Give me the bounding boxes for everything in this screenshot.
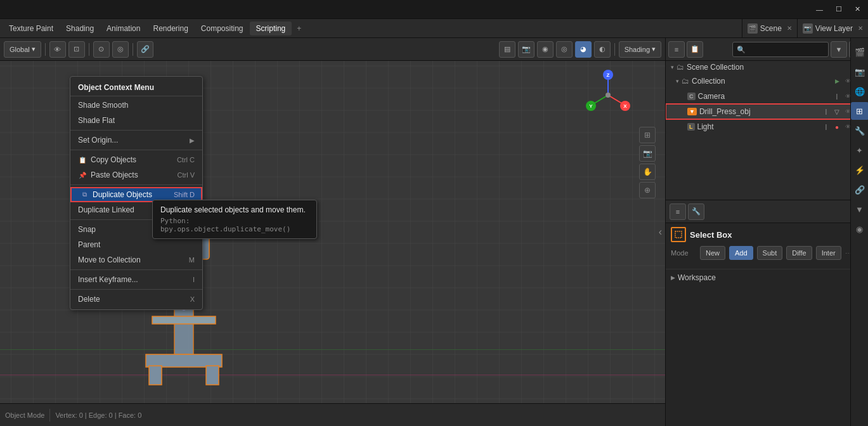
nav-zoom-btn[interactable]: ⊕ [639,182,656,198]
mode-diffe-btn[interactable]: Diffe [786,246,812,260]
view-layer-close[interactable]: ✕ [858,25,863,32]
mode-subt-btn[interactable]: Subt [757,246,783,260]
viewport-sphere2-btn[interactable]: ◎ [556,41,573,58]
tool-name-label: Select Box [690,230,732,240]
drillpress-name: Drill_Press_obj [699,107,819,116]
outliner-light-item[interactable]: L Light | ● 👁 📷 [666,119,868,134]
maximize-button[interactable]: ☐ [833,4,845,15]
viewport-snap-btn[interactable]: 🔗 [137,41,153,58]
light-shader-icon: | [822,122,831,131]
ctx-keyframe-shortcut: I [193,276,195,283]
tool-settings-view-btn[interactable]: ≡ [670,203,686,220]
camera-name: Camera [698,92,831,101]
camera-shader-icon: | [832,92,841,101]
ctx-copy-objects[interactable]: 📋 Copy Objects Ctrl C [70,152,202,167]
outliner-filter-btn[interactable]: ▼ [831,41,847,58]
prop-material-btn[interactable]: ◉ [851,220,869,238]
workspace-expand-icon: ▶ [671,274,675,281]
viewport-matcap-btn[interactable]: ◕ [575,41,592,58]
nav-hand-btn[interactable]: ✋ [639,164,656,180]
select-box-icon [671,227,686,242]
paste-icon: 📌 [78,171,87,179]
viewport-mode-btn[interactable]: 👁 [49,41,66,58]
mode-new-btn[interactable]: New [700,246,725,260]
ctx-parent[interactable]: Parent [70,237,202,252]
viewport-overlay-display[interactable]: ▤ [499,41,515,58]
ctx-move-collection[interactable]: Move to Collection M [70,252,202,268]
ctx-delete-label: Delete [78,295,100,304]
prop-viewlayer-btn[interactable]: 📷 [851,63,869,81]
mode-inter-btn[interactable]: Inter [816,246,841,260]
prop-object-btn[interactable]: ⊞ [851,102,869,120]
view-layer-selector[interactable]: 📷 View Layer ✕ [797,19,868,38]
ctx-keyframe-label: Insert Keyframe... [78,275,138,284]
scene-label: Scene [760,24,782,33]
collection-restrict-btn[interactable]: ▶ [832,77,841,86]
scene-collection-expand: ▾ [671,64,674,70]
gizmo-svg: Z X Y [583,70,633,120]
nav-grid-btn[interactable]: ⊞ [639,127,656,143]
menu-texture-paint[interactable]: Texture Paint [3,22,60,36]
prop-particles-btn[interactable]: ✦ [851,141,869,159]
ctx-copy-shortcut: Ctrl C [177,156,195,164]
outliner-type-btn[interactable]: 📋 [687,41,703,58]
tooltip-python: Python: bpy.ops.object.duplicate_move() [160,217,309,233]
viewport-hdri-btn[interactable]: ◐ [594,41,611,58]
scene-collection-row[interactable]: ▾ 🗂 Scene Collection [666,61,868,74]
grid-line-x [0,349,665,350]
close-button[interactable]: ✕ [852,4,863,15]
prop-scene-btn[interactable]: 🎬 [851,43,869,61]
mode-add-btn[interactable]: Add [729,246,753,260]
nav-camera-btn[interactable]: 📷 [639,145,656,162]
ctx-set-origin-arrow: ▶ [190,137,195,144]
outliner-view-btn[interactable]: ≡ [668,41,685,58]
minimize-button[interactable]: — [813,4,826,15]
outliner-search[interactable] [732,42,829,57]
menu-scripting[interactable]: Scripting [250,22,292,36]
prop-world-btn[interactable]: 🌐 [851,82,869,100]
viewport-overlay-btn[interactable]: ⊡ [68,41,85,58]
ctx-shade-flat-label: Shade Flat [78,116,115,125]
context-label: Object Mode [5,411,44,419]
ctx-insert-keyframe[interactable]: Insert Keyframe... I [70,272,202,287]
viewport-sphere-btn[interactable]: ◉ [537,41,554,58]
tool-settings-type-btn[interactable]: 🔧 [688,203,704,220]
menu-animation[interactable]: Animation [100,22,146,36]
viewport-gizmo-btn[interactable]: ⊙ [93,41,110,58]
viewport-camera-btn[interactable]: 📷 [518,41,534,58]
menu-compositing[interactable]: Compositing [195,22,250,36]
collection-row[interactable]: ▾ 🗂 Collection ▶ 👁 📷 [666,74,868,89]
prop-modifier-btn[interactable]: 🔧 [851,122,869,139]
viewport-global-btn[interactable]: Global ▾ [4,41,41,58]
ctx-sep-3 [70,184,202,185]
outliner-camera-item[interactable]: C Camera | 👁 📷 [666,89,868,104]
ctx-delete[interactable]: Delete X [70,292,202,307]
workspace-header[interactable]: ▶ Workspace ⋯ [671,273,863,282]
panel-collapse-arrow[interactable]: ‹ [659,226,662,238]
ctx-paste-objects[interactable]: 📌 Paste Objects Ctrl V [70,167,202,183]
ctx-set-origin[interactable]: Set Origin... ▶ [70,132,202,148]
ctx-copy-label: Copy Objects [91,155,136,164]
prop-constraints-btn[interactable]: 🔗 [851,181,869,198]
drillpress-type-icon: ▼ [687,108,697,115]
shading-dropdown: ▾ [652,45,656,53]
ctx-shade-smooth[interactable]: Shade Smooth [70,98,202,113]
svg-rect-19 [152,316,216,324]
scene-close[interactable]: ✕ [787,25,792,32]
ctx-shade-flat[interactable]: Shade Flat [70,113,202,128]
outliner-drillpress-item[interactable]: ▼ Drill_Press_obj | ▽ 👁 📷 [666,104,868,119]
prop-physics-btn[interactable]: ⚡ [851,161,869,179]
viewport-shading-btn[interactable]: Shading ▾ [619,41,661,58]
viewport-proportional-btn[interactable]: ◎ [112,41,129,58]
3d-navigation-gizmo[interactable]: Z X Y [583,70,633,120]
menu-add-workspace[interactable]: + [292,22,306,36]
right-panel: ≡ 📋 ▼ ⊞ ▾ 🗂 Scene Collection ▾ 🗂 Collect… [665,38,868,426]
scene-selector[interactable]: 🎬 Scene ✕ [742,19,797,38]
menu-rendering[interactable]: Rendering [146,22,194,36]
svg-rect-13 [206,366,219,385]
object-info: Vertex: 0 | Edge: 0 | Face: 0 [55,411,141,419]
prop-data-btn[interactable]: ▼ [851,200,869,218]
menu-shading[interactable]: Shading [60,22,100,36]
ctx-set-origin-label: Set Origin... [78,136,118,145]
ctx-sep-1 [70,130,202,131]
